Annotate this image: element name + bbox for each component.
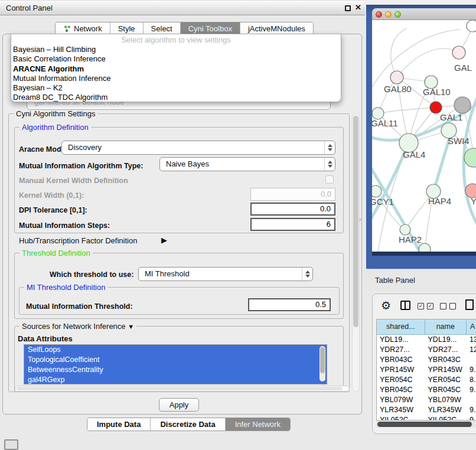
- columns-icon[interactable]: [400, 301, 410, 310]
- collapse-down-icon[interactable]: ▼: [128, 323, 134, 330]
- node-gcy1[interactable]: [372, 185, 382, 197]
- table-row[interactable]: YBR043C YBR043C: [377, 355, 476, 365]
- list-item[interactable]: BetweennessCentrality: [24, 365, 327, 375]
- node-gray[interactable]: [454, 97, 471, 113]
- which-threshold-combo[interactable]: MI Threshold: [138, 267, 313, 281]
- sources-group-title: Sources for Network Inference ▼: [19, 322, 136, 331]
- list-item[interactable]: TopologicalCoefficient: [24, 355, 327, 365]
- node-label: GAL: [454, 63, 472, 73]
- attributes-hscrollbar[interactable]: [15, 386, 350, 392]
- table-row[interactable]: YDL19... YDL19... 13: [377, 335, 476, 345]
- network-icon: [63, 25, 71, 32]
- node-gal-cut[interactable]: [452, 46, 465, 59]
- hub-section-label: Hub/Transcription Factor Definition: [19, 236, 137, 245]
- cell-value: 9.: [467, 385, 476, 395]
- algorithm-option[interactable]: Mutual Information Inference: [11, 74, 341, 83]
- splitpane-handle-icon[interactable]: ›: [359, 216, 361, 223]
- node-partial-top[interactable]: [467, 20, 476, 32]
- manual-kernel-checkbox[interactable]: [325, 175, 334, 184]
- algorithm-option[interactable]: Bayesian – Hill Climbing: [11, 45, 341, 54]
- cell-shared: YDR27...: [377, 345, 425, 355]
- tab-network[interactable]: Network: [56, 22, 110, 34]
- float-window-icon[interactable]: [345, 5, 351, 11]
- algorithm-dropdown-popup: Select algorithm to view settings Bayesi…: [11, 34, 341, 102]
- combo-arrows-icon: [324, 141, 335, 154]
- attributes-hscrollbar-thumb[interactable]: [17, 387, 343, 390]
- tab-discretize-data[interactable]: Discretize Data: [151, 418, 225, 431]
- table-row[interactable]: YIL052C YIL052C 9.: [377, 415, 476, 420]
- cell-name: YBR045C: [425, 385, 467, 395]
- node-hap2[interactable]: [400, 224, 410, 235]
- tab-jactivemnodules[interactable]: jActiveMNodules: [240, 22, 313, 34]
- mi-type-combo[interactable]: Naive Bayes: [159, 157, 335, 171]
- list-item[interactable]: gal4RGexp: [24, 375, 327, 385]
- node-gal80[interactable]: [390, 71, 403, 84]
- combo-arrows-icon: [302, 268, 312, 281]
- apply-button[interactable]: Apply: [159, 398, 199, 412]
- tab-jactivemnodules-label: jActiveMNodules: [248, 24, 305, 33]
- checkbox-checked-icon[interactable]: ✓: [427, 303, 433, 309]
- tab-impute-data[interactable]: Impute Data: [87, 418, 151, 431]
- control-panel-tabbar: Network Style Select Cyni Toolbox jActiv…: [55, 22, 314, 35]
- document-icon[interactable]: [465, 299, 474, 310]
- checkbox-unchecked-icon[interactable]: [440, 303, 446, 309]
- attributes-scrollbar[interactable]: [319, 346, 325, 381]
- checkbox-unchecked-icon[interactable]: [449, 303, 456, 309]
- sources-title-text: Sources for Network Inference: [22, 322, 126, 331]
- table-hscrollbar-thumb[interactable]: [377, 422, 472, 427]
- network-window-titlebar[interactable]: [372, 8, 476, 20]
- table-row[interactable]: YDR27... YDR27... 12: [377, 345, 476, 355]
- node-label: GAL10: [423, 87, 451, 97]
- close-icon[interactable]: ✕: [355, 3, 361, 12]
- cell-name: YLR345W: [425, 405, 467, 415]
- table-row[interactable]: YBR045C YBR045C 9.: [377, 385, 476, 395]
- column-header-name[interactable]: name: [425, 319, 467, 335]
- data-attributes-label: Data Attributes: [18, 334, 73, 343]
- algorithm-option-selected[interactable]: ARACNE Algorithm: [11, 64, 341, 74]
- tab-cyni-toolbox[interactable]: Cyni Toolbox: [181, 22, 240, 34]
- tab-style[interactable]: Style: [110, 22, 144, 34]
- aracne-mode-combo[interactable]: Discovery: [61, 141, 335, 155]
- mi-threshold-field[interactable]: 0.5: [248, 298, 331, 311]
- mi-steps-field[interactable]: 6: [250, 218, 335, 231]
- column-header-partial[interactable]: A: [467, 319, 476, 335]
- table-row[interactable]: YLR345W YLR345W 9.: [377, 405, 476, 415]
- table-row[interactable]: YPR145W YPR145W 9.: [377, 365, 476, 375]
- table-row[interactable]: YBL079W YBL079W: [377, 395, 476, 405]
- node-gal1-red[interactable]: [430, 102, 442, 113]
- node-partial-bottom[interactable]: [419, 243, 431, 252]
- checkbox-checked-icon[interactable]: ✓: [418, 303, 424, 309]
- algorithm-option[interactable]: Bayesian – K2: [11, 83, 341, 93]
- zoom-traffic-icon[interactable]: [395, 11, 401, 18]
- tab-infer-network[interactable]: Infer Network: [226, 418, 290, 431]
- table-hscrollbar[interactable]: [376, 420, 476, 428]
- data-attributes-list[interactable]: SelfLoops TopologicalCoefficient Between…: [24, 344, 327, 384]
- node-table[interactable]: shared... name A YDL19... YDL19... 13 YD…: [376, 319, 476, 420]
- algorithm-option[interactable]: Dream8 DC_TDC Algorithm: [11, 93, 341, 102]
- minimized-window-icon[interactable]: [4, 439, 18, 450]
- network-window-bottom-edge: [372, 252, 476, 256]
- kernel-width-field[interactable]: 0.0: [250, 188, 335, 201]
- expand-right-icon[interactable]: ▶: [161, 236, 167, 244]
- minimize-traffic-icon[interactable]: [385, 11, 392, 18]
- close-traffic-icon[interactable]: [376, 11, 382, 18]
- tab-select[interactable]: Select: [144, 22, 181, 34]
- node-gal11[interactable]: [372, 107, 384, 119]
- attributes-scrollbar-thumb[interactable]: [320, 347, 325, 373]
- cell-value: 12: [467, 345, 476, 355]
- node-big-green[interactable]: [464, 148, 476, 167]
- algorithm-option[interactable]: Basic Correlation Inference: [11, 54, 341, 64]
- settings-scrollbar-thumb[interactable]: [353, 116, 358, 327]
- table-toolbar: ⚙ ✓ ✓: [373, 294, 476, 319]
- network-canvas[interactable]: GAL GAL80 GAL10 GAL1 GAL11 SWI4 GAL4 GCY…: [372, 20, 476, 252]
- settings-scrollbar[interactable]: [352, 113, 360, 392]
- dpi-tolerance-field[interactable]: 0.0: [250, 203, 335, 216]
- column-header-shared[interactable]: shared...: [377, 319, 425, 335]
- table-row[interactable]: YER054C YER054C 8.: [377, 375, 476, 385]
- mi-type-label: Mutual Information Algorithm Type:: [19, 162, 143, 170]
- app-root: Control Panel ✕ Network Style Select Cyn…: [0, 0, 476, 450]
- algorithm-placeholder: Select algorithm to view settings: [11, 35, 341, 45]
- list-item[interactable]: SelfLoops: [24, 345, 327, 355]
- cell-shared: YLR345W: [377, 405, 425, 415]
- gear-icon[interactable]: ⚙: [381, 299, 391, 312]
